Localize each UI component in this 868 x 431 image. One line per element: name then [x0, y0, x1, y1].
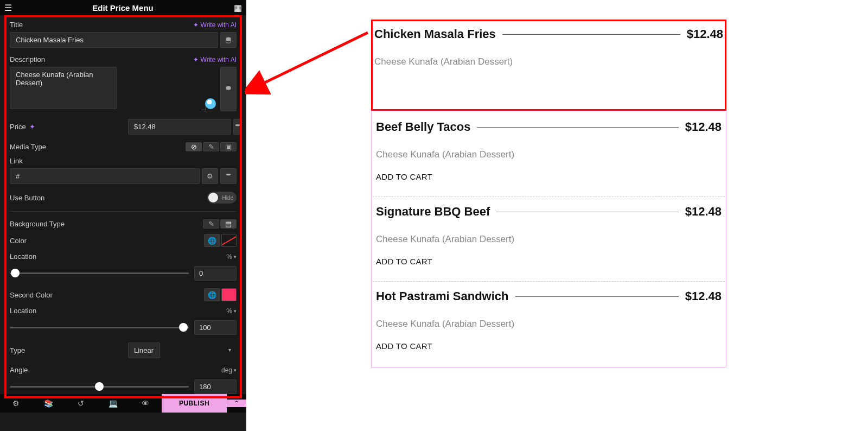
add-to-cart-button[interactable]: ADD TO CART: [376, 172, 722, 181]
angle-slider[interactable]: [10, 386, 189, 388]
media-none-icon[interactable]: ⊘: [186, 142, 202, 151]
publish-button[interactable]: PUBLISH: [162, 394, 227, 413]
footer-preview-icon[interactable]: 👁: [129, 399, 162, 408]
menu-item-rule: [477, 127, 678, 128]
location2-label: Location: [10, 307, 36, 315]
footer-layers-icon[interactable]: 📚: [33, 399, 65, 408]
write-with-ai-title[interactable]: ✦Write with AI: [193, 21, 237, 29]
link-settings-icon[interactable]: ⚙: [202, 168, 218, 184]
hamburger-icon[interactable]: ☰: [4, 3, 12, 13]
location-label: Location: [10, 252, 36, 261]
title-input[interactable]: [10, 32, 218, 48]
chevron-down-icon: ▾: [234, 308, 237, 314]
location2-unit[interactable]: %▾: [226, 307, 237, 315]
menu-item-price: $12.48: [685, 205, 722, 219]
menu-item-title: Chicken Masala Fries: [374, 27, 496, 41]
angle-value-input[interactable]: [194, 379, 237, 394]
location-value-input[interactable]: [194, 266, 237, 281]
bg-gradient-icon[interactable]: ▤: [220, 219, 237, 229]
preview-canvas: Chicken Masala Fries $12.48 Cheese Kunaf…: [246, 0, 868, 431]
color-label: Color: [10, 237, 27, 245]
color-swatch[interactable]: [221, 234, 237, 247]
panel-header: ☰ Edit Price Menu ▦: [0, 0, 246, 15]
menu-item-desc: Cheese Kunafa (Arabian Dessert): [376, 149, 722, 160]
price-input[interactable]: [128, 119, 231, 135]
media-brush-icon[interactable]: ✎: [203, 142, 219, 151]
media-type-label: Media Type: [10, 143, 46, 151]
menu-item-selected[interactable]: Chicken Masala Fries $12.48 Cheese Kunaf…: [371, 20, 726, 111]
angle-label: Angle: [10, 366, 28, 374]
angle-unit[interactable]: deg▾: [221, 366, 237, 374]
menu-item-rule: [515, 296, 679, 297]
bg-solid-icon[interactable]: ✎: [203, 219, 219, 229]
price-label: Price: [10, 123, 26, 131]
panel-body: Title ✦Write with AI Description ✦Write …: [0, 15, 246, 394]
chevron-down-icon: ▾: [234, 254, 237, 259]
footer-device-icon[interactable]: 💻: [97, 399, 130, 408]
location-unit[interactable]: %▾: [226, 253, 237, 261]
second-color-globe-icon[interactable]: 🌐: [204, 288, 220, 301]
location-slider[interactable]: [10, 272, 189, 274]
price-data-icon[interactable]: [233, 119, 242, 135]
add-to-cart-button[interactable]: ADD TO CART: [376, 257, 722, 266]
second-color-swatch[interactable]: [221, 288, 237, 301]
menu-item-price: $12.48: [685, 120, 722, 134]
menu-item-rule: [496, 212, 678, 212]
sparkle-icon: ✦: [193, 56, 199, 64]
menu-item[interactable]: Beef Belly Tacos $12.48 Cheese Kunafa (A…: [373, 112, 725, 197]
menu-item-title: Signature BBQ Beef: [376, 205, 490, 219]
link-data-icon[interactable]: [220, 168, 237, 184]
panel-title: Edit Price Menu: [12, 3, 234, 12]
sparkle-icon: ✦: [29, 123, 35, 131]
chevron-down-icon: ▾: [228, 347, 231, 353]
write-with-ai-desc[interactable]: ✦Write with AI: [193, 56, 237, 64]
publish-chevron-icon[interactable]: ⌃: [227, 400, 246, 407]
title-label: Title: [10, 21, 23, 29]
add-to-cart-button[interactable]: ADD TO CART: [376, 341, 722, 351]
use-button-label: Use Button: [10, 194, 44, 202]
menu-item-desc: Cheese Kunafa (Arabian Dessert): [376, 234, 722, 245]
menu-item-price: $12.48: [687, 27, 723, 41]
menu-card: Chicken Masala Fries $12.48 Cheese Kunaf…: [371, 20, 726, 367]
location2-value-input[interactable]: [194, 320, 237, 335]
chevron-down-icon: ▾: [234, 367, 237, 373]
color-globe-icon[interactable]: 🌐: [204, 234, 220, 247]
grid-icon[interactable]: ▦: [234, 3, 242, 13]
description-label: Description: [10, 55, 45, 64]
svg-point-2: [235, 124, 240, 126]
footer-history-icon[interactable]: ↺: [65, 399, 97, 408]
menu-item-title: Hot Pastrami Sandwich: [376, 289, 509, 303]
type-label: Type: [10, 346, 25, 354]
footer-settings-icon[interactable]: ⚙: [0, 399, 33, 408]
second-color-label: Second Color: [10, 291, 53, 299]
sparkle-icon: ✦: [193, 21, 199, 29]
title-data-icon[interactable]: [220, 32, 237, 48]
menu-item-desc: Cheese Kunafa (Arabian Dessert): [376, 319, 722, 329]
media-image-icon[interactable]: ▣: [220, 142, 237, 151]
ai-avatar-icon[interactable]: [205, 98, 216, 109]
svg-point-3: [226, 173, 231, 175]
menu-item-price: $12.48: [685, 289, 722, 303]
panel-footer: ⚙ 📚 ↺ 💻 👁 PUBLISH ⌃: [0, 394, 246, 413]
link-input[interactable]: [10, 168, 200, 184]
type-select[interactable]: Linear: [128, 343, 160, 358]
link-label: Link: [10, 157, 23, 165]
desc-data-icon[interactable]: [220, 67, 237, 111]
menu-items-container: Beef Belly Tacos $12.48 Cheese Kunafa (A…: [371, 111, 726, 367]
menu-item[interactable]: Signature BBQ Beef $12.48 Cheese Kunafa …: [373, 197, 725, 282]
menu-item[interactable]: Hot Pastrami Sandwich $12.48 Cheese Kuna…: [373, 282, 725, 366]
menu-item-title: Beef Belly Tacos: [376, 120, 470, 134]
location2-slider[interactable]: [10, 327, 189, 328]
menu-item-desc: Cheese Kunafa (Arabian Dessert): [374, 56, 723, 67]
edit-panel: ☰ Edit Price Menu ▦ Title ✦Write with AI…: [0, 0, 246, 431]
background-type-label: Background Type: [10, 220, 65, 228]
use-button-toggle[interactable]: Hide: [207, 192, 237, 204]
menu-item-rule: [502, 34, 680, 35]
description-input[interactable]: Cheese Kunafa (Arabian Dessert): [10, 67, 117, 109]
